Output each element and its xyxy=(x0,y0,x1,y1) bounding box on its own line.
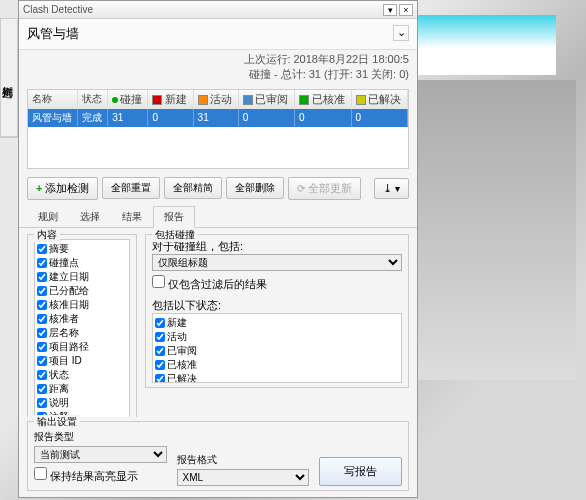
detail-tabs: 规则 选择 结果 报告 xyxy=(19,206,417,228)
check-item[interactable]: 层名称 xyxy=(37,326,127,340)
window-title: Clash Detective xyxy=(23,4,381,15)
output-legend: 输出设置 xyxy=(34,415,80,429)
report-type-label: 报告类型 xyxy=(34,430,167,444)
reset-all-button[interactable]: 全部重置 xyxy=(102,177,160,199)
include-legend: 包括碰撞 xyxy=(152,228,198,242)
export-button[interactable]: ⤓ ▾ xyxy=(374,178,409,199)
check-item[interactable]: 已解决 xyxy=(155,372,399,383)
check-item[interactable]: 状态 xyxy=(37,368,127,382)
check-item[interactable]: 活动 xyxy=(155,330,399,344)
check-item[interactable]: 已核准 xyxy=(155,358,399,372)
keep-highlight-checkbox[interactable] xyxy=(34,467,47,480)
update-all-button[interactable]: ⟳ 全部更新 xyxy=(288,177,361,200)
check-item[interactable]: 碰撞点 xyxy=(37,256,127,270)
report-format-label: 报告格式 xyxy=(177,453,310,467)
export-icon: ⤓ xyxy=(383,182,392,194)
check-item[interactable]: 已分配给 xyxy=(37,284,127,298)
titlebar[interactable]: Clash Detective ▾ × xyxy=(19,1,417,19)
tab-results[interactable]: 结果 xyxy=(111,206,153,227)
check-item[interactable]: 已审阅 xyxy=(155,344,399,358)
filter-only-checkbox[interactable] xyxy=(152,275,165,288)
clash-detective-panel: Clash Detective ▾ × 风管与墙 ⌄ 上次运行: 2018年8月… xyxy=(18,0,418,498)
report-format-select[interactable]: XML xyxy=(177,469,310,486)
add-test-button[interactable]: + 添加检测 xyxy=(27,177,98,200)
report-type-select[interactable]: 当前测试 xyxy=(34,446,167,463)
check-item[interactable]: 新建 xyxy=(155,316,399,330)
test-header: 风管与墙 ⌄ xyxy=(19,19,417,50)
states-legend: 包括以下状态: xyxy=(152,298,402,313)
check-item[interactable]: 核准者 xyxy=(37,312,127,326)
states-checklist[interactable]: 新建活动已审阅已核准已解决 xyxy=(152,313,402,383)
tests-toolbar: + 添加检测 全部重置 全部精简 全部删除 ⟳ 全部更新 ⤓ ▾ xyxy=(19,173,417,204)
tab-rules[interactable]: 规则 xyxy=(27,206,69,227)
compact-all-button[interactable]: 全部精简 xyxy=(164,177,222,199)
group-select[interactable]: 仅限组标题 xyxy=(152,254,402,271)
check-item[interactable]: 建立日期 xyxy=(37,270,127,284)
content-checklist[interactable]: 摘要碰撞点建立日期已分配给核准日期核准者层名称项目路径项目 ID状态距离说明注释… xyxy=(34,239,130,417)
check-item[interactable]: 项目 ID xyxy=(37,354,127,368)
check-item[interactable]: 距离 xyxy=(37,382,127,396)
write-report-button[interactable]: 写报告 xyxy=(319,457,402,486)
grid-header-row: 名称 状态 碰撞 新建 活动 已审阅 已核准 已解决 xyxy=(28,90,408,109)
grid-row[interactable]: 风管与墙完成 310 310 00 xyxy=(28,109,408,127)
test-name: 风管与墙 xyxy=(27,25,79,43)
check-item[interactable]: 摘要 xyxy=(37,242,127,256)
check-item[interactable]: 核准日期 xyxy=(37,298,127,312)
tab-report[interactable]: 报告 xyxy=(153,206,195,228)
pin-icon[interactable]: ▾ xyxy=(383,4,397,16)
tab-select[interactable]: 选择 xyxy=(69,206,111,227)
collapse-icon[interactable]: ⌄ xyxy=(393,25,409,41)
content-legend: 内容 xyxy=(34,228,60,242)
check-item[interactable]: 项目路径 xyxy=(37,340,127,354)
check-item[interactable]: 说明 xyxy=(37,396,127,410)
test-meta: 上次运行: 2018年8月22日 18:00:5 碰撞 - 总计: 31 (打开… xyxy=(19,50,417,85)
delete-all-button[interactable]: 全部删除 xyxy=(226,177,284,199)
tests-grid[interactable]: 名称 状态 碰撞 新建 活动 已审阅 已核准 已解决 风管与墙完成 310 31… xyxy=(27,89,409,169)
dock-sidebar[interactable]: 选则树 集合 剖单 | 真 xyxy=(0,18,18,138)
dock-tab[interactable]: 选则树 xyxy=(0,19,17,137)
close-icon[interactable]: × xyxy=(399,4,413,16)
